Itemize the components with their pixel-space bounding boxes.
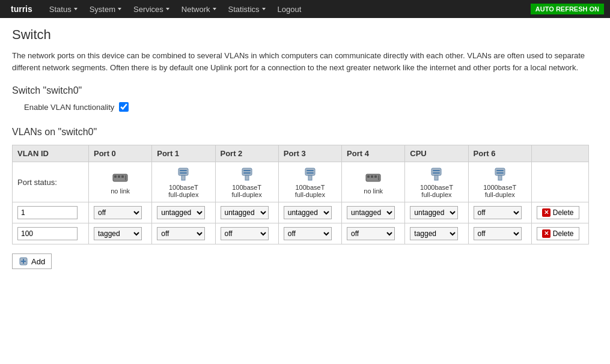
vlan2-port4-cell: off untagged tagged (342, 223, 405, 244)
vlan1-id-input[interactable] (17, 206, 78, 219)
svg-rect-19 (371, 175, 373, 178)
svg-rect-9 (242, 168, 252, 175)
port1-icon (175, 166, 192, 183)
vlan2-cpu-select[interactable]: off untagged tagged (410, 227, 458, 240)
port3-icon (302, 166, 319, 183)
system-caret-icon (118, 8, 121, 10)
vlan-enable-checkbox[interactable] (119, 102, 129, 112)
vlan2-port4-select[interactable]: off untagged tagged (347, 227, 395, 240)
vlan1-port6-select[interactable]: off untagged tagged (474, 206, 522, 219)
port-status-row: Port status: (13, 162, 589, 202)
vlan-enable-label: Enable VLAN functionality (24, 103, 114, 112)
vlan2-port1-select[interactable]: off untagged tagged (157, 227, 205, 240)
col-cpu: CPU (405, 145, 468, 162)
svg-rect-25 (435, 175, 438, 180)
vlan1-delete-cell: ✕ Delete (531, 202, 588, 223)
add-button[interactable]: Add (12, 253, 52, 269)
vlan2-port0-select[interactable]: off tagged untagged (94, 227, 142, 240)
svg-rect-11 (243, 172, 251, 174)
nav-statistics[interactable]: Statistics (222, 0, 272, 18)
port0-status-text: no link (111, 187, 130, 195)
nav-system[interactable]: System (84, 0, 127, 18)
vlan2-port6-select[interactable]: off untagged tagged (474, 227, 522, 240)
svg-rect-26 (495, 168, 505, 175)
vlan1-port3-select[interactable]: off untagged tagged (284, 206, 332, 219)
nav-logout[interactable]: Logout (272, 0, 308, 18)
svg-rect-18 (367, 175, 370, 178)
vlan2-port2-select[interactable]: off untagged tagged (221, 227, 269, 240)
col-port2: Port 2 (215, 145, 278, 162)
nav-network[interactable]: Network (175, 0, 222, 18)
svg-rect-2 (118, 175, 120, 178)
port0-status-cell: no link (88, 162, 151, 202)
vlan1-cpu-select[interactable]: off untagged tagged (410, 206, 458, 219)
col-vlan-id: VLAN ID (13, 145, 89, 162)
cpu-icon (428, 166, 445, 183)
svg-rect-10 (243, 170, 251, 171)
port2-icon (239, 166, 255, 183)
vlan1-port6-cell: off untagged tagged (468, 202, 531, 223)
port-status-label-cell: Port status: (13, 162, 89, 202)
vlan2-delete-cell: ✕ Delete (531, 223, 588, 244)
port-status-label: Port status: (17, 178, 57, 187)
port3-status-text: 100baseTfull-duplex (295, 184, 325, 198)
vlan1-port0-select[interactable]: off tagged untagged (94, 206, 142, 219)
vlan-enable-section: Enable VLAN functionality (24, 102, 589, 112)
port4-status-text: no link (364, 187, 383, 195)
main-content: Switch The network ports on this device … (0, 18, 601, 278)
col-port6: Port 6 (468, 145, 531, 162)
vlans-section-title: VLANs on "switch0" (12, 127, 589, 138)
brand-logo: turris (6, 4, 37, 14)
vlan2-port3-select[interactable]: off untagged tagged (284, 227, 332, 240)
port6-icon (492, 166, 508, 183)
page-title: Switch (12, 27, 589, 43)
port1-status-cell: 100baseTfull-duplex (152, 162, 215, 202)
vlan2-id-cell (13, 223, 89, 244)
statistics-caret-icon (262, 8, 266, 10)
vlan1-port2-cell: off untagged tagged (215, 202, 278, 223)
vlan2-port6-cell: off untagged tagged (468, 223, 531, 244)
port6-status-cell: 1000baseTfull-duplex (468, 162, 531, 202)
svg-rect-8 (181, 175, 185, 180)
col-port1: Port 1 (152, 145, 215, 162)
svg-rect-4 (125, 175, 126, 180)
svg-rect-14 (307, 170, 314, 171)
vlan2-delete-button[interactable]: ✕ Delete (537, 227, 579, 240)
vlan1-port2-select[interactable]: off untagged tagged (221, 206, 269, 219)
vlan2-id-input[interactable] (17, 227, 78, 240)
vlan2-port1-cell: off untagged tagged (152, 223, 215, 244)
vlan-table: VLAN ID Port 0 Port 1 Port 2 Port 3 Port… (12, 145, 589, 244)
vlan2-port3-cell: off untagged tagged (278, 223, 341, 244)
page-description: The network ports on this device can be … (12, 50, 589, 73)
port6-status-text: 1000baseTfull-duplex (483, 184, 516, 198)
vlan1-port4-select[interactable]: off untagged tagged (347, 206, 395, 219)
vlan1-port3-cell: off untagged tagged (278, 202, 341, 223)
nav-services[interactable]: Services (127, 0, 175, 18)
auto-refresh-area: AUTO REFRESH ON (531, 4, 604, 14)
vlan1-delete-button[interactable]: ✕ Delete (537, 206, 579, 219)
network-caret-icon (213, 8, 216, 10)
port2-status-text: 100baseTfull-duplex (232, 184, 262, 198)
delete-x-icon-2: ✕ (542, 229, 551, 238)
svg-rect-21 (378, 175, 379, 180)
port2-status-cell: 100baseTfull-duplex (215, 162, 278, 202)
col-port3: Port 3 (278, 145, 341, 162)
svg-rect-13 (305, 168, 315, 175)
svg-rect-15 (307, 172, 314, 174)
vlan1-port1-select[interactable]: off untagged tagged (157, 206, 205, 219)
svg-rect-1 (114, 175, 117, 178)
svg-rect-24 (433, 172, 440, 174)
svg-rect-27 (496, 170, 504, 171)
services-caret-icon (166, 8, 169, 10)
col-port0: Port 0 (88, 145, 151, 162)
switch-section-title: Switch "switch0" (12, 85, 589, 96)
cpu-status-text: 1000baseTfull-duplex (420, 184, 453, 198)
auto-refresh-button[interactable]: AUTO REFRESH ON (531, 4, 604, 14)
svg-rect-32 (21, 261, 26, 262)
port3-status-cell: 100baseTfull-duplex (278, 162, 341, 202)
vlan1-id-cell (13, 202, 89, 223)
vlan1-port0-cell: off tagged untagged (88, 202, 151, 223)
nav-status[interactable]: Status (43, 0, 84, 18)
svg-rect-16 (308, 175, 312, 180)
vlan2-cpu-cell: off untagged tagged (405, 223, 468, 244)
